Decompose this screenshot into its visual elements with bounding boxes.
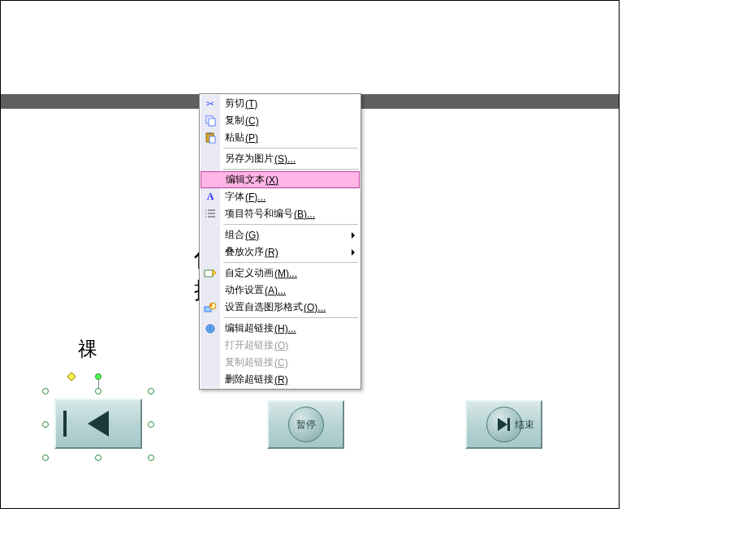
menu-paste-label: 粘贴 (225, 131, 244, 144)
menu-group-label: 组合 (225, 228, 244, 242)
resize-handle-tl[interactable] (42, 388, 49, 394)
menu-copy-label: 复制 (225, 114, 244, 127)
svg-rect-1 (209, 118, 215, 126)
resize-handle-bl[interactable] (42, 454, 49, 461)
menu-save-as-picture[interactable]: 另存为图片(S)... (201, 150, 360, 167)
svg-rect-15 (210, 304, 212, 307)
menu-separator (223, 148, 358, 149)
menu-edit-hyperlink[interactable]: 编辑超链接(H)... (201, 320, 360, 337)
resize-handle-bm[interactable] (95, 454, 101, 461)
menu-separator (223, 224, 358, 225)
menu-edit-text[interactable]: 编辑文本(X) (201, 171, 360, 188)
animation-icon (203, 266, 218, 281)
pause-label: 暂停 (296, 418, 316, 432)
resize-handle-tm[interactable] (95, 388, 101, 394)
menu-order[interactable]: 叠放次序(R) (201, 243, 360, 261)
menu-paste[interactable]: 粘贴(P) (201, 129, 360, 146)
skip-previous-icon (88, 411, 109, 437)
resize-handle-ml[interactable] (42, 421, 49, 428)
context-menu: ✂ 剪切(T) 复制(C) 粘贴(P) 另存为图片(S)... 编辑文本(X) … (199, 93, 361, 390)
menu-copy[interactable]: 复制(C) (201, 112, 360, 129)
menu-separator (223, 169, 358, 170)
menu-font[interactable]: A 字体(F)... (201, 188, 360, 205)
author-left-fragment: 祼 (78, 336, 97, 362)
rotation-handle[interactable] (95, 373, 101, 380)
top-area (1, 1, 619, 107)
menu-open-hyperlink: 打开超链接(O) (201, 337, 360, 354)
menu-copy-hyperlink-label: 复制超链接 (225, 355, 274, 369)
menu-remove-hyperlink[interactable]: 删除超链接(R) (201, 371, 360, 388)
menu-edit-hyperlink-label: 编辑超链接 (225, 321, 274, 335)
menu-cut-label: 剪切 (225, 97, 244, 110)
pause-icon: 暂停 (288, 407, 324, 442)
menu-format-autoshape[interactable]: 设置自选图形格式(O)... (201, 299, 360, 316)
menu-separator (223, 262, 358, 263)
copy-icon (203, 114, 218, 128)
menu-open-hyperlink-label: 打开超链接 (225, 338, 274, 352)
resize-handle-br[interactable] (148, 454, 154, 461)
resize-handle-mr[interactable] (148, 421, 154, 428)
menu-custom-animation-label: 自定义动画 (225, 266, 274, 280)
menu-copy-hyperlink: 复制超链接(C) (201, 354, 360, 371)
font-icon: A (203, 190, 218, 205)
menu-bullets[interactable]: 项目符号和编号(B)... (201, 205, 360, 222)
previous-button[interactable] (54, 398, 142, 449)
menu-edit-text-label: 编辑文本 (226, 173, 265, 187)
submenu-arrow-icon (352, 232, 355, 239)
menu-custom-animation[interactable]: 自定义动画(M)... (201, 265, 360, 282)
menu-separator (223, 317, 358, 318)
svg-marker-12 (213, 269, 216, 276)
end-button[interactable]: 结束 (465, 400, 542, 449)
paste-icon (203, 131, 218, 145)
menu-order-label: 叠放次序 (225, 245, 264, 259)
submenu-arrow-icon (352, 249, 355, 256)
menu-format-autoshape-label: 设置自选图形格式 (225, 300, 303, 314)
menu-bullets-label: 项目符号和编号 (225, 207, 293, 221)
menu-group[interactable]: 组合(G) (201, 226, 360, 243)
svg-rect-4 (209, 136, 215, 143)
menu-remove-hyperlink-label: 删除超链接 (225, 373, 274, 386)
skip-end-icon (498, 418, 510, 431)
pause-button[interactable]: 暂停 (267, 400, 344, 449)
bullets-icon (203, 207, 218, 222)
menu-action-settings-label: 动作设置 (225, 283, 264, 297)
menu-font-label: 字体 (225, 190, 244, 204)
hyperlink-icon (203, 321, 218, 336)
format-shape-icon (203, 300, 218, 315)
end-label: 结束 (515, 418, 534, 432)
menu-cut[interactable]: ✂ 剪切(T) (201, 95, 360, 112)
resize-handle-tr[interactable] (148, 388, 154, 394)
svg-rect-11 (205, 270, 213, 277)
svg-rect-3 (209, 132, 211, 135)
cut-icon: ✂ (203, 97, 218, 111)
menu-action-settings[interactable]: 动作设置(A)... (201, 282, 360, 299)
menu-save-as-picture-label: 另存为图片 (225, 152, 274, 166)
